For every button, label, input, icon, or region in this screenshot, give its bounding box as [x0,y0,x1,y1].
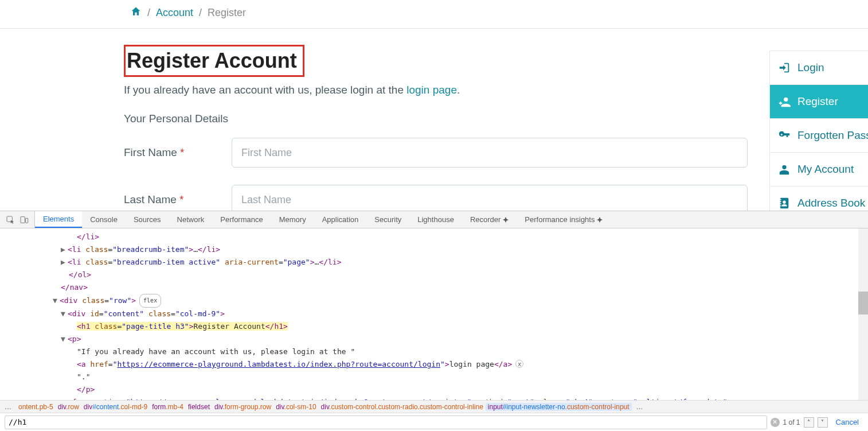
tab-sources[interactable]: Sources [126,211,169,228]
sidebar-item-login[interactable]: Login [770,51,868,85]
main-content: Register Account If you already have an … [0,29,750,232]
crumbs-overflow-left[interactable]: … [0,403,16,411]
sidebar-label-address: Address Book [797,197,865,209]
search-bar: ✕ 1 of 1 ˄ ˅ Cancel [0,413,868,431]
tab-application[interactable]: Application [314,211,367,228]
tab-network[interactable]: Network [169,211,213,228]
search-input[interactable] [5,416,767,429]
label-first-name: First Name * [124,146,232,159]
tab-performance[interactable]: Performance [212,211,271,228]
tab-memory[interactable]: Memory [271,211,314,228]
sidebar-item-myaccount[interactable]: My Account [770,153,868,187]
intro-suffix: . [457,84,460,96]
remove-pill[interactable]: x [515,360,523,368]
selection-highlight: Register Account [124,45,304,77]
prev-match[interactable]: ˄ [804,417,814,428]
sidebar-label-register: Register [797,95,838,108]
match-count: 1 of 1 [783,418,800,426]
breadcrumb-sep: / [147,7,150,19]
home-icon [130,6,142,17]
breadcrumb-sep: / [199,7,202,19]
sidebar-label-forgotten: Forgotten Password [797,129,868,142]
tab-console[interactable]: Console [82,211,126,228]
tab-security[interactable]: Security [366,211,409,228]
sidebar-item-register[interactable]: Register [770,85,868,119]
crumbs-overflow-right[interactable]: … [632,403,648,411]
account-sidebar: Login Register Forgotten Password My Acc… [769,51,868,221]
intro-text: If you already have an account with us, … [124,84,750,96]
section-personal-details: Your Personal Details [124,112,750,125]
preview-dot-icon [503,217,509,223]
breadcrumb-account[interactable]: Account [156,7,193,19]
tab-recorder[interactable]: Recorder [462,211,517,228]
svg-rect-1 [21,216,25,223]
address-book-icon [778,197,791,209]
intro-prefix: If you already have an account with us, … [124,84,406,96]
svg-marker-4 [597,217,603,223]
device-icon[interactable] [19,215,29,224]
devtools-tabs: Elements Console Sources Network Perform… [0,211,868,228]
svg-rect-2 [26,218,28,223]
row-first-name: First Name * [124,138,750,168]
cancel-search[interactable]: Cancel [831,418,863,426]
next-match[interactable]: ˅ [818,417,828,428]
breadcrumb-home[interactable] [130,6,142,20]
page-title: Register Account [126,46,303,75]
sidebar-label-myaccount: My Account [797,163,854,176]
input-first-name[interactable] [232,138,748,168]
user-icon [778,163,791,176]
devtools-panel: Elements Console Sources Network Perform… [0,211,868,431]
key-icon [778,129,791,142]
user-plus-icon [778,95,791,108]
breadcrumb-register: Register [208,7,246,19]
sidebar-item-forgotten[interactable]: Forgotten Password [770,119,868,153]
inspect-icon[interactable] [6,215,15,224]
label-last-name: Last Name * [124,193,232,206]
clear-search[interactable]: ✕ [771,418,780,427]
login-icon [778,61,791,74]
dom-tree[interactable]: </li> ▶<li class="breadcrumb-item">…</li… [0,228,858,400]
tab-lighthouse[interactable]: Lighthouse [409,211,462,228]
tab-elements[interactable]: Elements [35,211,82,228]
dom-breadcrumbs[interactable]: … ontent.pb-5 div.row div#content.col-md… [0,400,868,413]
preview-dot-icon [597,217,603,223]
tree-scrollbar[interactable] [858,228,868,400]
svg-marker-3 [503,217,509,223]
login-page-link[interactable]: login page [406,84,457,96]
sidebar-label-login: Login [797,61,824,74]
breadcrumb: / Account / Register [0,0,868,29]
page-viewport: / Account / Register Register Account If… [0,0,868,211]
tab-perf-insights[interactable]: Performance insights [517,211,611,228]
